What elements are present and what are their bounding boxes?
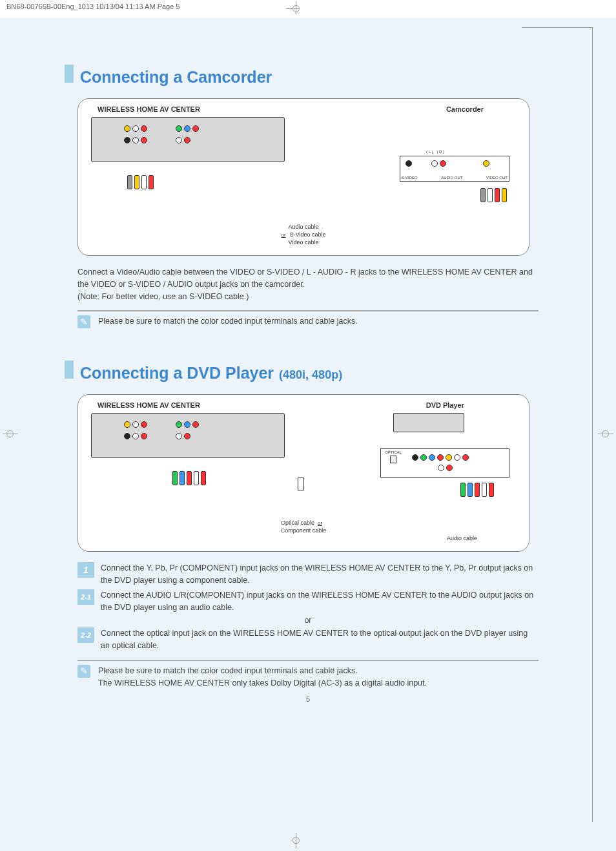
step-2-1-num: 2-1 [77, 589, 94, 605]
crop-mark-right [598, 426, 613, 442]
cable-or-label: or [282, 232, 286, 238]
pencil-icon: ✎ [77, 315, 90, 328]
step-2-2-row: 2-2 Connect the optical input jack on th… [77, 627, 539, 652]
page-number: 5 [39, 695, 577, 703]
section2-note-row: ✎ Please be sure to match the color code… [77, 665, 539, 689]
divider-2 [77, 660, 539, 661]
section1-title-row: Connecting a Camcorder [65, 65, 577, 87]
port-l-label: ( L ) [426, 150, 433, 154]
cable-optical-label: Optical cable [281, 520, 314, 526]
diagram2-canvas: OPTICAL [91, 413, 516, 542]
title-accent-bar [65, 361, 74, 379]
step-1-row: 1 Connect the Y, Pb, Pr (COMPONENT) inpu… [77, 562, 539, 587]
cable-component-label: Component cable [91, 527, 516, 534]
cable-audio-label: Audio cable [91, 223, 516, 231]
port-svideo-label: S-VIDEO [402, 176, 418, 180]
section2-title-suffix: (480i, 480p) [279, 368, 342, 382]
step-1-num: 1 [77, 562, 94, 578]
diagram2-left-label: WIRELESS HOME AV CENTER [98, 401, 200, 409]
step-2-1-row: 2-1 Connect the AUDIO L/R(COMPONENT) inp… [77, 589, 539, 614]
section2-title: Connecting a DVD Player [80, 364, 274, 383]
section1-body: Connect a Video/Audio cable between the … [77, 266, 539, 302]
section1-note-row: ✎ Please be sure to match the color code… [77, 315, 539, 328]
dvd-player-device [393, 413, 464, 432]
cable-or-label-2: or [318, 520, 322, 526]
section2-title-row: Connecting a DVD Player (480i, 480p) [65, 361, 577, 383]
diagram1-canvas: S-VIDEO AUDIO OUT VIDEO OUT ( L ) ( R ) [91, 117, 516, 246]
step-1-text: Connect the Y, Pb, Pr (COMPONENT) input … [101, 562, 539, 587]
port-optical-label: OPTICAL [384, 450, 403, 454]
cable-audio-label-2: Audio cable [91, 534, 516, 542]
cable-video-label: Video cable [91, 238, 516, 246]
section2-diagram: WIRELESS HOME AV CENTER DVD Player [77, 394, 529, 552]
step-2-1-text: Connect the AUDIO L/R(COMPONENT) input j… [101, 589, 539, 614]
optical-plug [298, 478, 304, 490]
crop-mark-bottom [289, 833, 304, 848]
diagram1-left-label: WIRELESS HOME AV CENTER [98, 105, 200, 113]
page: BN68-00766B-00Eng_1013 10/13/04 11:13 AM… [0, 0, 616, 851]
divider-1 [77, 310, 539, 311]
dvd-ports: OPTICAL [380, 448, 509, 478]
print-header: BN68-00766B-00Eng_1013 10/13/04 11:13 AM… [0, 0, 616, 18]
trim-line-top [522, 27, 593, 28]
trim-line-right [592, 27, 593, 822]
cable-svideo-label: S-Video cable [290, 231, 326, 238]
camcorder-ports: S-VIDEO AUDIO OUT VIDEO OUT ( L ) ( R ) [400, 156, 509, 182]
diagram2-right-label: DVD Player [426, 401, 464, 409]
section1-title: Connecting a Camcorder [80, 68, 272, 87]
port-audio-out-label: AUDIO OUT [441, 176, 462, 180]
port-r-label: ( R ) [436, 150, 444, 154]
section2-note-text: Please be sure to match the color coded … [98, 665, 427, 689]
steps-or: or [39, 616, 577, 625]
pencil-icon: ✎ [77, 665, 90, 678]
content-area: Connecting a Camcorder WIRELESS HOME AV … [39, 39, 577, 825]
diagram1-right-label: Camcorder [446, 105, 484, 113]
step-2-2-text: Connect the optical input jack on the WI… [101, 627, 539, 652]
port-video-out-label: VIDEO OUT [486, 176, 508, 180]
av-center-device-2 [91, 413, 285, 458]
crop-mark-left [3, 426, 18, 442]
step-2-2-num: 2-2 [77, 627, 94, 643]
av-center-device [91, 117, 285, 162]
title-accent-bar [65, 65, 74, 83]
section1-note-text: Please be sure to match the color coded … [98, 315, 358, 328]
crop-mark-top [289, 4, 304, 19]
section1-diagram: WIRELESS HOME AV CENTER Camcorder [77, 98, 529, 256]
